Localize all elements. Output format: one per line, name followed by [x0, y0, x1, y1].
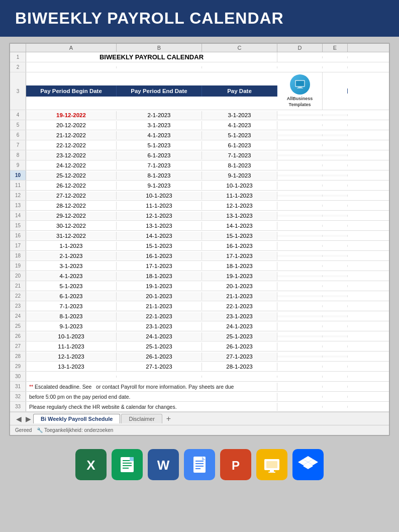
row-num-2: 2	[10, 62, 26, 72]
col-header-b: B	[117, 44, 202, 52]
svg-rect-27	[270, 470, 274, 472]
column-headers-row: A B C D E	[10, 44, 389, 52]
row2-d	[277, 66, 323, 68]
pay-date-26: 25-1-2023	[202, 332, 277, 340]
end-date-6: 4-1-2023	[117, 131, 202, 139]
row17-d	[277, 245, 323, 247]
row20-d	[277, 275, 323, 277]
powerpoint-icon[interactable]: P	[220, 449, 251, 480]
data-row-13: 13 28-12-2022 11-1-2023 12-1-2023	[10, 201, 389, 211]
begin-date-29: 13-1-2023	[26, 363, 117, 371]
word-logo-svg: W	[151, 452, 176, 477]
tab-biweekly[interactable]: Bi Weekly Payroll Schedule	[33, 414, 120, 423]
data-row-8: 8 23-12-2022 6-1-2023 7-1-2023	[10, 150, 389, 160]
row-num-8: 8	[10, 150, 26, 160]
row-num-26: 26	[10, 331, 26, 341]
sheets-icon[interactable]	[112, 449, 143, 480]
begin-date-15: 30-12-2022	[26, 222, 117, 230]
row21-d	[277, 285, 323, 287]
dropbox-icon[interactable]	[292, 449, 324, 480]
data-row-28: 28 12-1-2023 26-1-2023 27-1-2023	[10, 351, 389, 362]
slides-icon[interactable]	[256, 449, 287, 480]
row15-e	[323, 225, 348, 227]
row-num-1: 1	[10, 52, 26, 62]
begin-date-4: 19-12-2022	[26, 111, 117, 119]
row-num-18: 18	[10, 251, 26, 260]
pay-date-6: 5-1-2023	[202, 131, 277, 139]
pay-date-17: 16-1-2023	[202, 242, 277, 250]
row33-d	[277, 406, 323, 408]
data-row-14: 14 29-12-2022 12-1-2023 13-1-2023	[10, 211, 389, 221]
end-date-26: 24-1-2023	[117, 332, 202, 340]
excel-logo-svg: X	[78, 452, 104, 477]
row19-d	[277, 265, 323, 267]
data-row-12: 12 27-12-2022 10-1-2023 11-1-2023	[10, 191, 389, 201]
end-date-19: 17-1-2023	[117, 262, 202, 270]
pay-date-9: 8-1-2023	[202, 161, 277, 169]
data-row-23: 23 7-1-2023 21-1-2023 22-1-2023	[10, 301, 389, 311]
row-num-20: 20	[10, 271, 26, 281]
row-num-9: 9	[10, 160, 26, 170]
data-row-22: 22 6-1-2023 20-1-2023 21-1-2023	[10, 291, 389, 301]
header-logo-cell: AllBusinessTemplates	[277, 72, 323, 110]
svg-text:W: W	[157, 458, 170, 473]
row29-e	[323, 366, 348, 368]
row6-d	[277, 134, 323, 136]
row-num-10: 10	[10, 170, 26, 180]
row20-e	[323, 275, 348, 277]
excel-icon[interactable]: X	[75, 449, 107, 480]
row30-d	[277, 376, 323, 378]
begin-date-14: 29-12-2022	[26, 212, 117, 220]
word-icon[interactable]: W	[148, 449, 179, 480]
row32-e	[323, 396, 348, 398]
svg-text:P: P	[232, 459, 240, 472]
app-icons-bar: X W	[0, 442, 399, 485]
logo-text: AllBusinessTemplates	[287, 96, 313, 108]
dropbox-logo-svg	[295, 452, 321, 477]
pay-date-5: 4-1-2023	[202, 121, 277, 129]
row12-d	[277, 195, 323, 197]
row-num-31: 31	[10, 382, 26, 391]
row6-e	[323, 134, 348, 136]
row1-e	[323, 56, 348, 58]
data-row-7: 7 22-12-2022 5-1-2023 6-1-2023	[10, 140, 389, 150]
pay-date-10: 9-1-2023	[202, 171, 277, 180]
tab-disclaimer[interactable]: Disclaimer	[121, 414, 162, 423]
begin-date-18: 2-1-2023	[26, 252, 117, 260]
row26-e	[323, 335, 348, 337]
docs-icon[interactable]	[184, 449, 215, 480]
end-date-23: 21-1-2023	[117, 302, 202, 310]
row-num-11: 11	[10, 181, 26, 190]
data-row-5: 5 20-12-2022 3-1-2023 4-1-2023	[10, 120, 389, 130]
begin-date-20: 4-1-2023	[26, 272, 117, 280]
row17-e	[323, 245, 348, 247]
begin-date-21: 5-1-2023	[26, 282, 117, 290]
pay-date-13: 12-1-2023	[202, 202, 277, 210]
row2-e	[323, 66, 348, 68]
row24-e	[323, 315, 348, 317]
begin-date-5: 20-12-2022	[26, 121, 117, 129]
row31-e	[323, 386, 348, 388]
ppt-logo-svg: P	[223, 452, 248, 477]
tab-add-button[interactable]: +	[163, 414, 174, 423]
begin-date-11: 26-12-2022	[26, 182, 117, 190]
pay-date-28: 27-1-2023	[202, 352, 277, 361]
row8-e	[323, 154, 348, 156]
begin-date-13: 28-12-2022	[26, 202, 117, 210]
tab-nav-left[interactable]: ◀	[14, 415, 24, 423]
svg-rect-2	[298, 87, 302, 88]
begin-date-10: 25-12-2022	[26, 171, 117, 180]
end-date-18: 16-1-2023	[117, 252, 202, 260]
note-line-1: ** Escalated deadline. See or contact Pa…	[26, 383, 277, 391]
data-row-27: 27 11-1-2023 25-1-2023 26-1-2023	[10, 341, 389, 351]
spreadsheet-title: BIWEEKLY PAYROLL CALENDAR	[26, 52, 277, 62]
title-row: 1 BIWEEKLY PAYROLL CALENDAR	[10, 52, 389, 62]
row-num-28: 28	[10, 351, 26, 361]
tab-nav-right[interactable]: ▶	[24, 415, 33, 423]
row15-d	[277, 225, 323, 227]
row28-e	[323, 356, 348, 358]
slides-logo-svg	[259, 452, 284, 477]
pay-date-21: 20-1-2023	[202, 282, 277, 290]
end-date-15: 13-1-2023	[117, 222, 202, 230]
row10-d	[277, 174, 323, 176]
